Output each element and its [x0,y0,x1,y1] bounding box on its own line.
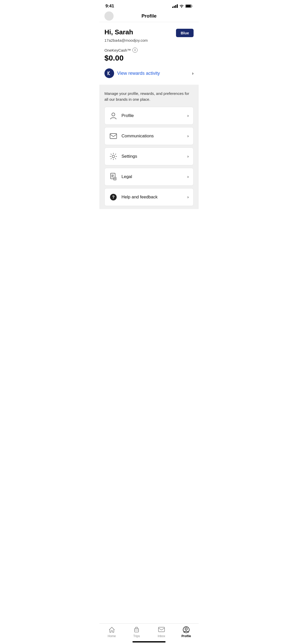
menu-item-legal-chevron: › [187,174,189,179]
menu-item-communications-chevron: › [187,134,189,139]
svg-point-0 [181,7,182,8]
svg-point-3 [112,113,115,116]
menu-item-help-chevron: › [187,195,189,200]
tier-badge: Blue [176,29,194,37]
menu-list: Profile › Communications › Settings [104,107,194,206]
svg-rect-2 [186,5,191,7]
svg-point-5 [112,155,115,158]
rewards-label: OneKeyCash™ [104,48,131,52]
document-icon [109,173,117,181]
svg-rect-4 [110,134,117,139]
menu-item-legal-label: Legal [121,174,183,179]
status-time: 9:41 [105,4,114,9]
page-header: Profile [99,11,199,22]
signal-icon [172,4,178,8]
menu-item-profile-label: Profile [121,113,183,118]
menu-item-settings-chevron: › [187,154,189,159]
menu-item-help[interactable]: ? Help and feedback › [104,188,194,206]
rewards-amount: $0.00 [104,54,194,62]
menu-item-help-label: Help and feedback [121,195,183,200]
profile-greeting: Hi, Sarah [104,28,133,36]
view-rewards-text: View rewards activity [117,71,189,76]
menu-item-profile[interactable]: Profile › [104,107,194,125]
back-button[interactable] [104,11,114,21]
menu-section: Manage your profile, rewards, and prefer… [99,85,199,209]
rewards-label-row: OneKeyCash™ i [104,48,194,53]
profile-top-row: Hi, Sarah Blue [104,28,194,37]
wifi-icon [179,4,184,8]
gear-icon [109,152,117,160]
profile-email: 17a2ba4a@moodjoy.com [104,38,194,42]
menu-item-communications-label: Communications [121,134,183,139]
onekey-icon [104,68,114,78]
info-icon[interactable]: i [132,48,138,53]
mail-icon [109,132,117,140]
battery-icon [185,4,193,8]
menu-item-legal[interactable]: Legal › [104,168,194,186]
chevron-right-icon: › [192,71,194,76]
view-rewards-activity-button[interactable]: View rewards activity › [104,67,194,80]
profile-section: Hi, Sarah Blue 17a2ba4a@moodjoy.com OneK… [99,22,199,85]
status-icons [172,4,193,8]
person-icon [109,112,117,120]
status-bar: 9:41 [99,0,199,11]
page-title: Profile [141,13,156,19]
menu-item-profile-chevron: › [187,113,189,118]
svg-text:?: ? [112,195,115,199]
manage-description: Manage your profile, rewards, and prefer… [104,91,194,102]
svg-rect-7 [114,177,116,180]
question-icon: ? [109,193,117,201]
menu-item-settings[interactable]: Settings › [104,148,194,165]
menu-item-communications[interactable]: Communications › [104,127,194,145]
menu-item-settings-label: Settings [121,154,183,159]
